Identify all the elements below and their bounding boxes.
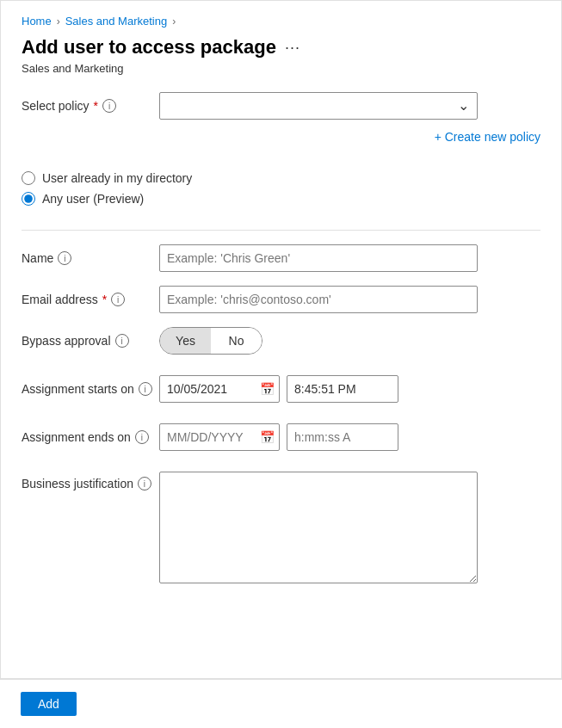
add-button[interactable]: Add — [21, 692, 77, 716]
business-justification-label: Business justification i — [22, 472, 159, 490]
assignment-starts-label: Assignment starts on i — [22, 382, 159, 396]
radio-any-user-label: Any user (Preview) — [42, 192, 144, 206]
radio-existing-user[interactable]: User already in my directory — [22, 171, 540, 185]
select-policy-label: Select policy * i — [22, 99, 159, 113]
assignment-ends-info-icon[interactable]: i — [135, 430, 149, 444]
form: Select policy * i + Create new policy — [22, 92, 540, 597]
breadcrumb-home[interactable]: Home — [22, 15, 52, 28]
user-type-radio-group: User already in my directory Any user (P… — [22, 171, 540, 206]
bypass-approval-no-button[interactable]: No — [211, 328, 262, 354]
radio-any-user[interactable]: Any user (Preview) — [22, 192, 540, 206]
select-policy-row: Select policy * i — [22, 92, 540, 120]
name-label: Name i — [22, 251, 159, 265]
select-policy-dropdown[interactable] — [159, 92, 478, 120]
bypass-approval-info-icon[interactable]: i — [115, 334, 129, 348]
assignment-starts-info-icon[interactable]: i — [139, 382, 152, 396]
business-justification-row: Business justification i — [22, 472, 540, 583]
breadcrumb-sales[interactable]: Sales and Marketing — [65, 15, 168, 28]
assignment-starts-row: Assignment starts on i 📅 — [22, 375, 540, 403]
assignment-starts-calendar-icon[interactable]: 📅 — [260, 382, 275, 396]
page-subtitle: Sales and Marketing — [22, 62, 540, 75]
assignment-starts-date-wrapper: 📅 — [159, 375, 280, 403]
email-row: Email address * i — [22, 286, 540, 313]
email-field-wrapper — [159, 286, 478, 313]
radio-any-user-input[interactable] — [22, 192, 35, 206]
radio-existing-user-input[interactable] — [22, 171, 35, 185]
assignment-ends-date-wrapper: 📅 — [159, 423, 280, 451]
name-input[interactable] — [159, 244, 478, 272]
page-title: Add user to access package — [22, 36, 276, 59]
bypass-approval-toggle: Yes No — [159, 327, 262, 355]
name-info-icon[interactable]: i — [58, 251, 71, 265]
name-field-wrapper — [159, 244, 478, 272]
breadcrumb-sep1: › — [57, 15, 60, 28]
breadcrumb: Home › Sales and Marketing › — [22, 15, 540, 28]
email-info-icon[interactable]: i — [111, 293, 125, 306]
email-required-indicator: * — [102, 293, 107, 306]
assignment-ends-time-input[interactable] — [287, 423, 398, 451]
bypass-approval-row: Bypass approval i Yes No — [22, 327, 540, 355]
email-input[interactable] — [159, 286, 478, 313]
assignment-starts-inputs: 📅 — [159, 375, 398, 403]
business-justification-info-icon[interactable]: i — [138, 477, 151, 490]
business-justification-input[interactable] — [159, 472, 478, 583]
required-indicator: * — [94, 99, 98, 113]
select-policy-info-icon[interactable]: i — [102, 99, 116, 113]
assignment-ends-row: Assignment ends on i 📅 — [22, 423, 540, 451]
assignment-ends-inputs: 📅 — [159, 423, 398, 451]
bypass-approval-label: Bypass approval i — [22, 334, 159, 348]
assignment-ends-label: Assignment ends on i — [22, 430, 159, 444]
assignment-starts-time-input[interactable] — [287, 375, 398, 403]
footer: Add — [0, 679, 562, 728]
assignment-ends-calendar-icon[interactable]: 📅 — [260, 430, 275, 444]
breadcrumb-sep2: › — [172, 15, 176, 28]
email-label: Email address * i — [22, 293, 159, 306]
more-options-icon[interactable]: ··· — [285, 39, 300, 57]
create-new-policy-link[interactable]: + Create new policy — [22, 130, 540, 144]
bypass-approval-yes-button[interactable]: Yes — [160, 328, 211, 354]
radio-existing-user-label: User already in my directory — [42, 171, 192, 185]
name-row: Name i — [22, 244, 540, 272]
select-policy-wrapper — [159, 92, 478, 120]
